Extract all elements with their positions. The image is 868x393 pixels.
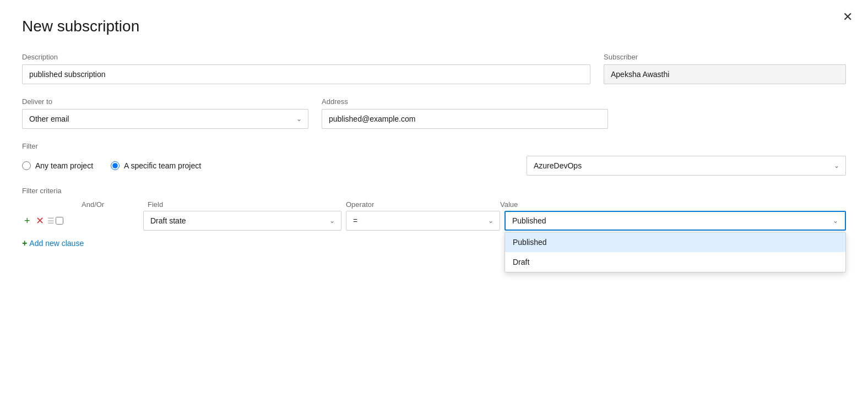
deliver-address-row: Deliver to Other email Email of requesto…: [22, 97, 846, 129]
dropdown-item-published[interactable]: Published: [505, 232, 845, 252]
field-select-container: Draft state Work item type Priority ⌄: [143, 211, 341, 231]
project-select[interactable]: AzureDevOps Project2: [527, 156, 846, 176]
deliver-to-group: Deliver to Other email Email of requesto…: [22, 97, 308, 129]
row-checkbox[interactable]: [56, 217, 63, 225]
filter-icon: ☰: [47, 216, 55, 225]
deliver-to-select-wrapper: Other email Email of requestor ⌄: [22, 109, 308, 129]
operator-select-container: = ≠ > ⌄: [346, 211, 500, 231]
deliver-to-label: Deliver to: [22, 97, 308, 106]
value-dropdown: Published Draft: [504, 232, 846, 272]
filter-label: Filter: [22, 142, 846, 150]
value-selected-text: Published: [512, 216, 546, 225]
page-title: New subscription: [22, 18, 846, 35]
radio-specific-project[interactable]: A specific team project: [111, 161, 201, 170]
add-clause-button[interactable]: + Add new clause: [22, 238, 84, 248]
description-input[interactable]: [22, 64, 590, 84]
add-row-button[interactable]: +: [22, 215, 32, 227]
subscriber-label: Subscriber: [604, 53, 846, 61]
radio-specific-label: A specific team project: [124, 161, 201, 170]
description-label: Description: [22, 53, 590, 61]
description-subscriber-row: Description Subscriber Apeksha Awasthi: [22, 53, 846, 84]
col-header-value: Value: [496, 200, 846, 209]
col-header-operator: Operator: [341, 200, 496, 209]
subscriber-value: Apeksha Awasthi: [604, 64, 846, 84]
value-select-container: Published ⌄ Published Draft: [504, 211, 846, 231]
chevron-down-icon: ⌄: [833, 217, 838, 225]
move-icons: ☰: [47, 216, 55, 225]
dropdown-item-draft[interactable]: Draft: [505, 252, 845, 272]
filter-criteria-section: Filter criteria And/Or Field Operator Va…: [22, 187, 846, 248]
address-group: Address: [322, 97, 608, 129]
close-button[interactable]: ✕: [843, 11, 853, 23]
radio-any-label: Any team project: [35, 161, 93, 170]
col-header-field: Field: [143, 200, 341, 209]
new-subscription-dialog: ✕ New subscription Description Subscribe…: [0, 0, 868, 393]
radio-any-project[interactable]: Any team project: [22, 161, 93, 170]
deliver-to-select[interactable]: Other email Email of requestor: [22, 109, 308, 129]
radio-specific-input[interactable]: [111, 161, 120, 170]
radio-group: Any team project A specific team project: [22, 161, 527, 170]
project-select-wrapper: AzureDevOps Project2 ⌄: [527, 156, 846, 176]
add-clause-label: Add new clause: [29, 239, 84, 248]
address-input[interactable]: [322, 109, 608, 129]
criteria-header-row: And/Or Field Operator Value: [22, 200, 846, 209]
col-header-andor: And/Or: [77, 200, 143, 209]
row-actions: + ✕ ☰: [22, 215, 77, 227]
description-group: Description: [22, 53, 590, 84]
plus-icon: +: [22, 238, 27, 248]
filter-row: Any team project A specific team project…: [22, 156, 846, 176]
project-select-container: AzureDevOps Project2 ⌄: [527, 156, 846, 176]
filter-section: Filter Any team project A specific team …: [22, 142, 846, 176]
subscriber-group: Subscriber Apeksha Awasthi: [604, 53, 846, 84]
field-select[interactable]: Draft state Work item type Priority: [143, 211, 341, 231]
remove-row-button[interactable]: ✕: [34, 215, 46, 227]
filter-criteria-label: Filter criteria: [22, 187, 846, 195]
operator-select[interactable]: = ≠ >: [346, 211, 500, 231]
radio-any-input[interactable]: [22, 161, 31, 170]
criteria-row-1: + ✕ ☰ Draft state Work item type Priorit…: [22, 211, 846, 231]
value-select-display[interactable]: Published ⌄: [504, 211, 846, 231]
address-label: Address: [322, 97, 608, 106]
